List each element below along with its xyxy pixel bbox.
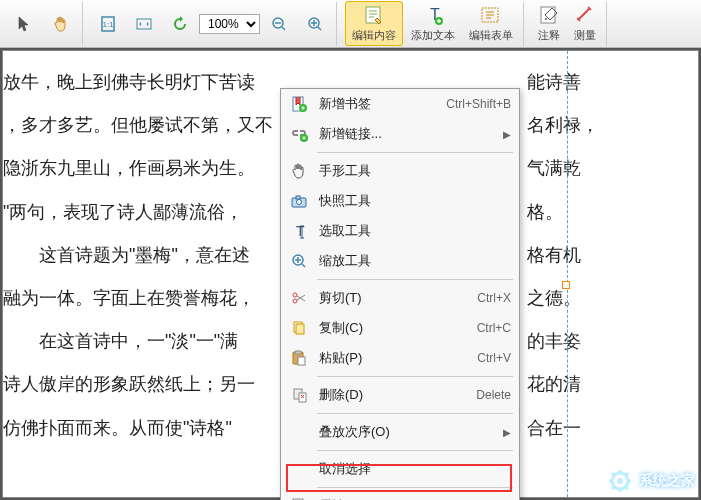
separator <box>317 450 513 451</box>
submenu-arrow-icon: ▶ <box>503 129 511 140</box>
zoom-out[interactable] <box>262 11 296 37</box>
hand-icon <box>50 13 72 35</box>
ctx-add-link[interactable]: 新增链接... ▶ <box>281 119 519 149</box>
svg-point-10 <box>545 18 547 20</box>
pointer-icon <box>14 13 36 35</box>
context-menu: 新增书签 Ctrl+Shift+B 新增链接... ▶ 手形工具 快照工具 T … <box>280 88 520 500</box>
text-fragment: 名利禄， <box>527 104 599 147</box>
svg-rect-25 <box>298 357 305 365</box>
ctx-properties[interactable]: 属性(P)... <box>281 491 519 500</box>
shortcut-label: Delete <box>476 388 511 402</box>
selection-handle[interactable] <box>562 281 570 289</box>
gear-icon <box>607 468 633 494</box>
zoom-dropdown[interactable]: 100% <box>199 14 260 34</box>
fit-page[interactable]: 1:1 <box>91 11 125 37</box>
ctx-zoom-tool[interactable]: 缩放工具 <box>281 246 519 276</box>
selection-tools-group <box>4 2 83 46</box>
blank-icon <box>287 420 311 444</box>
svg-text:T: T <box>296 223 305 239</box>
text-fragment: 花的清 <box>527 363 599 406</box>
watermark-text: 系统之家 <box>639 472 695 490</box>
shortcut-label: Ctrl+X <box>477 291 511 305</box>
annotate-button[interactable]: 注释 <box>532 2 566 45</box>
text-fragment: 气满乾 <box>527 147 599 190</box>
camera-icon <box>287 189 311 213</box>
ctx-select-tool[interactable]: T 选取工具 <box>281 216 519 246</box>
selection-guide <box>567 51 568 497</box>
link-icon <box>287 122 311 146</box>
paste-icon <box>287 346 311 370</box>
annotate-icon <box>538 4 560 26</box>
review-tools-group: 注释 测量 <box>528 2 607 46</box>
zoom-tools-group: 1:1 100% <box>87 2 337 46</box>
edit-form-button[interactable]: 编辑表单 <box>463 2 519 45</box>
separator <box>317 152 513 153</box>
ctx-deselect[interactable]: 取消选择 <box>281 454 519 484</box>
properties-icon <box>287 494 311 500</box>
add-text-button[interactable]: T添加文本 <box>405 2 461 45</box>
add-text-icon: T <box>422 4 444 26</box>
zoom-out-icon <box>268 13 290 35</box>
fit-width-icon <box>133 13 155 35</box>
shortcut-label: Ctrl+Shift+B <box>446 97 511 111</box>
blank-icon <box>287 457 311 481</box>
shortcut-label: Ctrl+V <box>477 351 511 365</box>
scissors-icon <box>287 286 311 310</box>
rotate-icon <box>169 13 191 35</box>
svg-point-19 <box>293 293 297 297</box>
separator <box>317 413 513 414</box>
fit-width[interactable] <box>127 11 161 37</box>
ctx-add-bookmark[interactable]: 新增书签 Ctrl+Shift+B <box>281 89 519 119</box>
text-fragment: 合在一 <box>527 407 599 450</box>
text-fragment: 格有机 <box>527 234 599 277</box>
pointer-tool[interactable] <box>8 11 42 37</box>
hand-tool[interactable] <box>44 11 78 37</box>
svg-point-30 <box>617 478 623 484</box>
text-fragment: 能诗善 <box>527 61 599 104</box>
ctx-cut[interactable]: 剪切(T) Ctrl+X <box>281 283 519 313</box>
ctx-snapshot-tool[interactable]: 快照工具 <box>281 186 519 216</box>
ctx-stacking-order[interactable]: 叠放次序(O) ▶ <box>281 417 519 447</box>
zoom-selector[interactable]: 100% <box>199 14 260 34</box>
text-fragment-col: 能诗善 名利禄， 气满乾 格。 格有机 之德。 的丰姿 花的清 合在一 <box>527 61 599 450</box>
measure-button[interactable]: 测量 <box>568 2 602 45</box>
separator <box>317 279 513 280</box>
ctx-delete[interactable]: 删除(D) Delete <box>281 380 519 410</box>
svg-point-20 <box>293 299 297 303</box>
svg-text:1:1: 1:1 <box>102 20 114 29</box>
watermark: 系统之家 <box>607 468 695 494</box>
svg-rect-27 <box>299 393 306 402</box>
ctx-paste[interactable]: 粘贴(P) Ctrl+V <box>281 343 519 373</box>
separator <box>317 487 513 488</box>
shortcut-label: Ctrl+C <box>477 321 511 335</box>
text-fragment: 格。 <box>527 191 599 234</box>
delete-icon <box>287 383 311 407</box>
svg-rect-24 <box>295 351 301 354</box>
zoom-icon <box>287 249 311 273</box>
edit-tools-group: 编辑内容 T添加文本 编辑表单 <box>341 2 524 46</box>
zoom-in[interactable] <box>298 11 332 37</box>
select-text-icon: T <box>287 219 311 243</box>
zoom-in-icon <box>304 13 326 35</box>
edit-form-icon <box>480 4 502 26</box>
svg-point-15 <box>297 200 302 205</box>
hand-icon <box>287 159 311 183</box>
edit-content-button[interactable]: 编辑内容 <box>345 1 403 46</box>
text-fragment: 的丰姿 <box>527 320 599 363</box>
ctx-hand-tool[interactable]: 手形工具 <box>281 156 519 186</box>
edit-content-icon <box>363 4 385 26</box>
svg-rect-16 <box>296 196 300 199</box>
submenu-arrow-icon: ▶ <box>503 427 511 438</box>
measure-icon <box>574 4 596 26</box>
rotate-view[interactable] <box>163 11 197 37</box>
bookmark-icon <box>287 92 311 116</box>
svg-rect-22 <box>296 324 304 334</box>
separator <box>317 376 513 377</box>
ctx-copy[interactable]: 复制(C) Ctrl+C <box>281 313 519 343</box>
main-toolbar: 1:1 100% 编辑内容 T添加文本 编辑表单 注释 测量 <box>0 0 701 48</box>
fit-page-icon: 1:1 <box>97 13 119 35</box>
copy-icon <box>287 316 311 340</box>
